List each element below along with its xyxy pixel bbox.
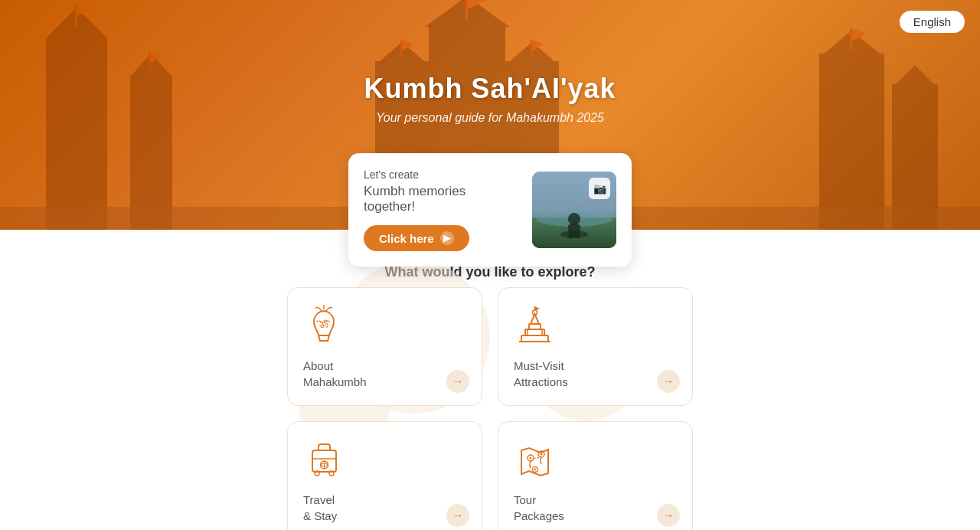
language-button[interactable]: English [900, 11, 965, 33]
card-memories-highlight: Kumbh memories [364, 184, 466, 198]
about-mahakumbh-arrow[interactable]: → [446, 370, 469, 393]
svg-rect-5 [54, 130, 100, 146]
hero-title: Kumbh Sah'AI'yak [260, 73, 720, 105]
explore-card-tour-packages[interactable]: Tour Packages → [498, 421, 693, 530]
card-lets-create-text: Let's create [364, 168, 520, 181]
svg-rect-75 [521, 335, 548, 342]
svg-rect-16 [136, 168, 167, 180]
hero-subtitle: Your personal guide for Mahakumbh 2025 [260, 111, 720, 125]
svg-rect-66 [531, 40, 533, 57]
svg-rect-27 [466, 0, 468, 21]
svg-rect-77 [529, 324, 541, 329]
svg-rect-57 [898, 100, 933, 110]
svg-rect-34 [383, 134, 421, 146]
svg-rect-4 [54, 107, 100, 123]
svg-rect-61 [898, 173, 933, 184]
card-memories-rest: together! [364, 199, 415, 214]
click-here-label: Click here [379, 232, 434, 245]
svg-rect-51 [827, 159, 877, 172]
svg-rect-53 [850, 28, 852, 50]
svg-rect-60 [898, 155, 933, 165]
click-here-button[interactable]: Click here ▶ [364, 225, 469, 251]
about-mahakumbh-label: About Mahakumbh [303, 358, 367, 390]
svg-rect-52 [827, 180, 877, 194]
card-memories-text: Kumbh memories together! [364, 184, 520, 214]
must-visit-arrow[interactable]: → [657, 370, 680, 393]
svg-marker-9 [77, 4, 92, 15]
explore-grid: ॐ About Mahakumbh → [287, 287, 693, 530]
memories-card: Let's create Kumbh memories together! Cl… [348, 153, 632, 267]
card-image: 📷 [532, 172, 616, 248]
svg-rect-23 [435, 125, 499, 139]
svg-rect-50 [827, 137, 877, 151]
svg-rect-14 [136, 130, 167, 142]
travel-stay-icon [303, 439, 345, 481]
svg-rect-58 [898, 118, 933, 129]
svg-marker-56 [892, 65, 938, 88]
svg-rect-3 [54, 84, 100, 100]
explore-card-travel-stay[interactable]: Travel & Stay → [287, 421, 482, 530]
tour-packages-label: Tour Packages [514, 492, 564, 524]
svg-rect-13 [136, 111, 167, 123]
explore-card-must-visit[interactable]: Must-Visit Attractions → [498, 287, 693, 406]
tour-packages-icon [514, 439, 556, 481]
svg-rect-7 [54, 176, 100, 191]
about-mahakumbh-icon: ॐ [303, 305, 345, 347]
svg-point-93 [530, 457, 532, 460]
svg-rect-48 [827, 94, 877, 108]
svg-rect-49 [827, 116, 877, 129]
tour-packages-arrow[interactable]: → [657, 504, 680, 527]
must-visit-label: Must-Visit Attractions [514, 358, 568, 390]
svg-point-96 [534, 469, 536, 470]
arrow-right-icon: ▶ [440, 231, 454, 245]
svg-rect-2 [54, 61, 100, 77]
travel-stay-label: Travel & Stay [303, 492, 337, 524]
svg-marker-81 [535, 306, 541, 311]
svg-rect-64 [400, 40, 403, 57]
camera-icon: 📷 [589, 178, 610, 199]
svg-marker-78 [531, 314, 539, 324]
svg-rect-42 [513, 134, 551, 146]
svg-point-94 [541, 453, 543, 456]
svg-rect-62 [149, 51, 151, 68]
hero-section: Kumbh Sah'AI'yak Your personal guide for… [260, 73, 720, 125]
svg-rect-47 [827, 73, 877, 87]
card-left-content: Let's create Kumbh memories together! Cl… [364, 168, 520, 251]
must-visit-icon [514, 305, 556, 347]
svg-rect-19 [435, 42, 499, 56]
explore-card-about-mahakumbh[interactable]: ॐ About Mahakumbh → [287, 287, 482, 406]
svg-rect-59 [898, 136, 933, 147]
svg-rect-6 [54, 153, 100, 168]
travel-stay-arrow[interactable]: → [446, 504, 469, 527]
svg-rect-8 [75, 4, 77, 27]
svg-rect-12 [136, 92, 167, 103]
svg-text:ॐ: ॐ [319, 319, 328, 330]
section-title: What would you like to explore? [337, 264, 643, 280]
svg-rect-15 [136, 149, 167, 161]
